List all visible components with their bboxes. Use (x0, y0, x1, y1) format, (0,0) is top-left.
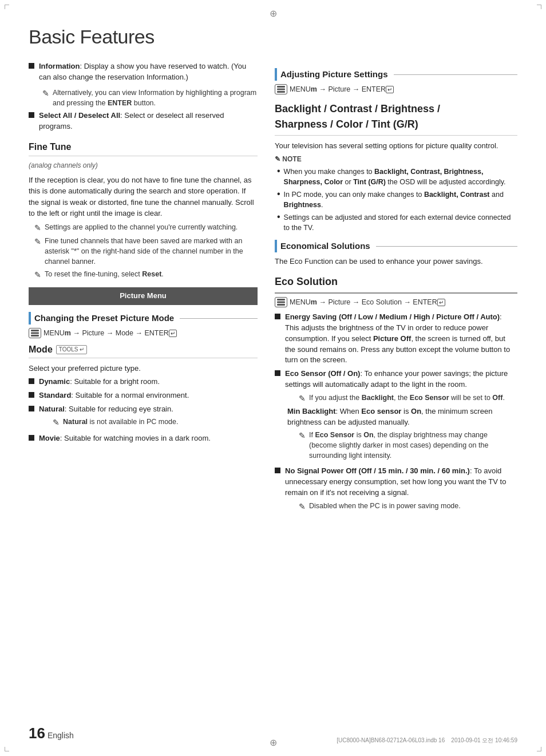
enter-bold: ENTER (108, 99, 132, 107)
list-item-info: Information: Display a show you have res… (29, 61, 258, 83)
svg-rect-7 (277, 301, 285, 303)
backlight-section: Backlight / Contrast / Brightness / Shar… (275, 101, 517, 233)
bullet-sq (29, 392, 34, 398)
corner-mark-bl (5, 747, 9, 751)
note-pencil-ns: ✎ (299, 501, 306, 512)
changing-preset-title: Changing the Preset Picture Mode (34, 312, 174, 324)
backlight-heading: Backlight / Contrast / Brightness / Shar… (275, 101, 517, 131)
note-dot-1: • (277, 167, 280, 176)
reset-bold: Reset (142, 270, 161, 278)
crosshair-bottom: ⊕ (270, 736, 277, 749)
section-bar-line-eco (376, 246, 517, 247)
eco-solution-menu-path: MENUm → Picture → Eco Solution → ENTER↵ (275, 297, 517, 307)
note-item-1: • When you make changes to Backlight, Co… (275, 167, 517, 187)
corner-mark-tr (537, 5, 541, 9)
menu-icon-eco (275, 297, 287, 307)
info-list: Information: Display a show you have res… (29, 61, 258, 83)
picture-menu-bar: Picture Menu (29, 287, 258, 305)
footer-language: English (48, 730, 74, 741)
fine-tune-heading: Fine Tune (29, 140, 258, 153)
fine-tune-divider (29, 156, 258, 156)
adjusting-picture-section: Adjusting Picture Settings MENUm → Pictu… (275, 68, 517, 94)
left-column: Information: Display a show you have res… (29, 61, 258, 519)
fine-tune-note3-text: To reset the fine-tuning, select Reset. (45, 269, 164, 279)
page: ⊕ Basic Features Information: Display a … (0, 0, 546, 756)
changing-preset-section: Changing the Preset Picture Mode MENUm →… (29, 312, 258, 338)
list-item-no-signal: No Signal Power Off (Off / 15 min. / 30 … (275, 466, 517, 514)
date-info: 2010-09-01 오전 10:46:59 (451, 737, 517, 743)
changing-preset-menu-path: MENUm → Picture → Mode → ENTER↵ (29, 328, 258, 338)
note-block: ✎ NOTE • When you make changes to Backli… (275, 155, 517, 233)
svg-rect-8 (277, 304, 285, 306)
adjusting-picture-title: Adjusting Picture Settings (280, 68, 388, 81)
note-dot-3: • (277, 212, 280, 221)
list-item-energy-saving: Energy Saving (Off / Low / Medium / High… (275, 312, 517, 366)
list-item-movie: Movie: Suitable for watching movies in a… (29, 433, 258, 444)
select-all-label: Select All / Deselect All (39, 111, 120, 120)
economical-section: Economical Solutions The Eco Function ca… (275, 240, 517, 267)
eco-solution-list: Energy Saving (Off / Low / Medium / High… (275, 312, 517, 514)
eco-sensor-note2: ✎ If Eco Sensor is On, the display brigh… (299, 430, 517, 461)
economical-bar: Economical Solutions (275, 240, 517, 252)
note-pencil-icon-3: ✎ (34, 269, 41, 280)
fine-tune-section: Fine Tune (analog channels only) If the … (29, 140, 258, 281)
page-number: 16 (29, 723, 45, 745)
crosshair-top: ⊕ (267, 7, 279, 18)
bullet-sq-es (275, 314, 280, 319)
note-pencil-icon-1: ✎ (34, 222, 41, 233)
eco-solution-section: Eco Solution MENUm → Picture → Eco Solut… (275, 274, 517, 514)
list-item-dynamic: Dynamic: Suitable for a bright room. (29, 377, 258, 387)
svg-rect-4 (277, 89, 285, 90)
note-pencil-natural: ✎ (53, 417, 60, 428)
note-item-3: • Settings can be adjusted and stored fo… (275, 212, 517, 233)
eco-sensor-note1: ✎ If you adjust the Backlight, the Eco S… (299, 393, 517, 404)
svg-rect-6 (277, 299, 285, 300)
changing-preset-bar: Changing the Preset Picture Mode (29, 312, 258, 324)
footer-right: [UC8000-NA]BN68-02712A-06L03.indb 16 201… (337, 737, 517, 745)
menu-icon-adj (275, 84, 287, 94)
analog-note: (analog channels only) (29, 161, 258, 171)
corner-mark-br (537, 747, 541, 751)
bullet-sq (29, 406, 34, 411)
mode-list: Dynamic: Suitable for a bright room. Sta… (29, 377, 258, 444)
mode-select-text: Select your preferred picture type. (29, 363, 258, 374)
fine-tune-note1-text: Settings are applied to the channel you'… (45, 222, 238, 232)
mode-section: Mode TOOLS ↵ Select your preferred pictu… (29, 343, 258, 444)
note-pencil-eco1: ✎ (299, 393, 306, 404)
info-text: Information: Display a show you have res… (39, 61, 258, 83)
content-area: Information: Display a show you have res… (29, 61, 517, 519)
fine-tune-note2-text: Fine tuned channels that have been saved… (45, 236, 258, 267)
menu-path-text: MENUm → Picture → Mode → ENTER↵ (43, 328, 177, 338)
no-signal-note: ✎ Disabled when the PC is in power savin… (299, 501, 517, 512)
info-label: Information (39, 62, 80, 70)
list-item-eco-sensor: Eco Sensor (Off / On): To enhance your p… (275, 369, 517, 463)
section-bar-marker-adj (275, 68, 277, 81)
corner-mark-tl (5, 5, 9, 9)
bullet-square (29, 112, 34, 118)
backlight-divider (275, 135, 517, 136)
svg-rect-1 (31, 333, 39, 334)
section-bar-line (180, 318, 258, 319)
tools-badge: TOOLS ↵ (56, 345, 87, 354)
economical-body: The Eco Function can be used to enhance … (275, 256, 517, 267)
eco-solution-divider (275, 292, 517, 294)
bullet-sq (29, 435, 34, 441)
tools-enter-icon: ↵ (80, 346, 84, 354)
select-all-list: Select All / Deselect All: Select or des… (29, 110, 258, 132)
svg-rect-2 (31, 335, 39, 337)
svg-rect-5 (277, 91, 285, 93)
info-note-text: Alternatively, you can view Information … (53, 88, 258, 108)
note-pencil-eco2: ✎ (299, 430, 306, 441)
adjusting-picture-bar: Adjusting Picture Settings (275, 68, 517, 81)
list-item-standard: Standard: Suitable for a normal environm… (29, 390, 258, 401)
select-all-text: Select All / Deselect All: Select or des… (39, 110, 258, 132)
economical-title: Economical Solutions (280, 240, 370, 252)
svg-rect-0 (31, 330, 39, 331)
note-dot-2: • (277, 189, 280, 199)
svg-rect-3 (277, 86, 285, 88)
tools-text: TOOLS (59, 346, 78, 354)
footer-left: 16 English (29, 723, 74, 745)
min-backlight-text: Min Backlight: When Eco sensor is On, th… (287, 406, 517, 428)
note-item-2: • In PC mode, you can only make changes … (275, 189, 517, 210)
note-pencil-icon: ✎ (42, 88, 49, 99)
